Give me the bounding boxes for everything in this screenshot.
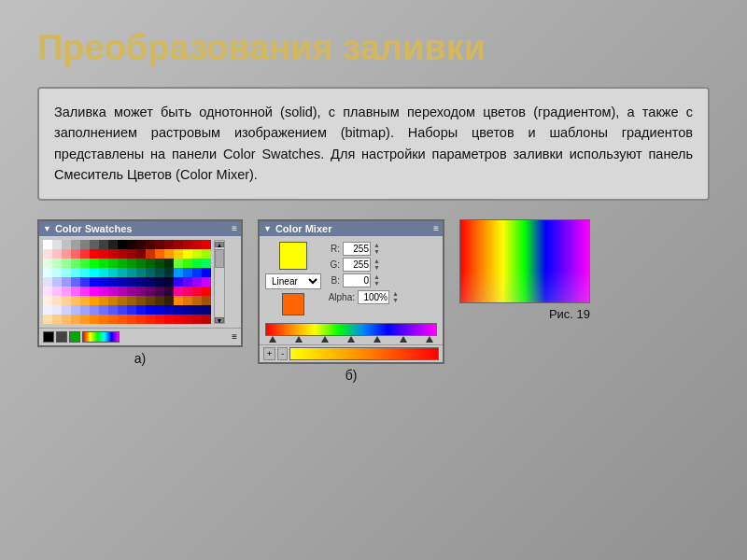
color-swatch-cell[interactable] [127, 315, 136, 324]
color-swatch-cell[interactable] [174, 259, 183, 268]
color-swatch-cell[interactable] [43, 305, 52, 315]
color-swatch-cell[interactable] [202, 305, 211, 315]
color-swatch-cell[interactable] [192, 287, 202, 296]
color-swatch-cell[interactable] [99, 287, 108, 296]
color-swatch-cell[interactable] [52, 240, 62, 249]
color-swatch-cell[interactable] [118, 268, 127, 277]
dark-swatch[interactable] [56, 331, 67, 343]
color-swatch-cell[interactable] [108, 268, 118, 277]
color-swatch-cell[interactable] [71, 249, 80, 259]
color-swatch-cell[interactable] [146, 277, 155, 287]
color-swatch-cell[interactable] [155, 296, 164, 305]
color-swatch-cell[interactable] [108, 296, 118, 305]
color-swatch-cell[interactable] [108, 287, 118, 296]
color-swatch-cell[interactable] [174, 305, 183, 315]
color-swatch-cell[interactable] [155, 259, 164, 268]
color-swatch-cell[interactable] [146, 305, 155, 315]
r-arrows[interactable]: ▲▼ [374, 242, 380, 255]
stop-marker-1[interactable] [269, 336, 276, 343]
color-swatch-cell[interactable] [108, 315, 118, 324]
color-swatch-cell[interactable] [183, 249, 192, 259]
color-swatch-cell[interactable] [164, 249, 174, 259]
color-swatch-cell[interactable] [192, 277, 202, 287]
color-swatch-cell[interactable] [174, 287, 183, 296]
color-swatch-cell[interactable] [192, 240, 202, 249]
color-swatch-cell[interactable] [127, 287, 136, 296]
color-swatch-cell[interactable] [155, 268, 164, 277]
color-swatch-cell[interactable] [164, 287, 174, 296]
stop-marker-6[interactable] [400, 336, 407, 343]
color-swatch-cell[interactable] [118, 240, 127, 249]
color-swatch-cell[interactable] [52, 287, 62, 296]
color-swatch-cell[interactable] [164, 315, 174, 324]
color-swatch-cell[interactable] [80, 259, 90, 268]
color-swatch-cell[interactable] [71, 240, 80, 249]
stop-marker-5[interactable] [374, 336, 381, 343]
color-swatch-cell[interactable] [155, 287, 164, 296]
color-swatch-cell[interactable] [202, 315, 211, 324]
color-swatch-cell[interactable] [202, 296, 211, 305]
color-swatch-cell[interactable] [80, 305, 90, 315]
color-swatch-cell[interactable] [183, 296, 192, 305]
gradient-type-select[interactable]: Linear [265, 273, 321, 289]
black-swatch[interactable] [43, 331, 54, 343]
r-input[interactable] [343, 242, 371, 256]
green-swatch[interactable] [69, 331, 80, 343]
color-swatch-cell[interactable] [90, 315, 99, 324]
color-swatch-cell[interactable] [202, 249, 211, 259]
color-swatch-cell[interactable] [127, 249, 136, 259]
color-swatch-cell[interactable] [118, 249, 127, 259]
color-swatch-cell[interactable] [127, 305, 136, 315]
color-swatch-cell[interactable] [108, 240, 118, 249]
color-swatch-cell[interactable] [62, 249, 71, 259]
b-input[interactable] [343, 273, 371, 287]
color-swatch-cell[interactable] [99, 240, 108, 249]
mixer-menu-icon[interactable]: ≡ [433, 223, 439, 233]
color-swatch-cell[interactable] [43, 287, 52, 296]
color-swatch-cell[interactable] [108, 277, 118, 287]
rainbow-swatch-strip[interactable] [82, 331, 120, 343]
color-swatch-cell[interactable] [164, 305, 174, 315]
color-swatch-cell[interactable] [183, 240, 192, 249]
color-swatch-cell[interactable] [80, 296, 90, 305]
swatches-menu-icon[interactable]: ≡ [232, 223, 237, 233]
color-swatch-cell[interactable] [99, 296, 108, 305]
color-swatch-cell[interactable] [146, 287, 155, 296]
stop-marker-7[interactable] [426, 336, 433, 343]
color-swatch-cell[interactable] [71, 277, 80, 287]
color-swatch-cell[interactable] [52, 268, 62, 277]
color-swatch-cell[interactable] [43, 277, 52, 287]
color-swatch-cell[interactable] [90, 268, 99, 277]
color-swatch-cell[interactable] [146, 240, 155, 249]
color-swatch-cell[interactable] [80, 287, 90, 296]
color-swatch-cell[interactable] [52, 305, 62, 315]
color-swatch-cell[interactable] [43, 296, 52, 305]
color-swatch-cell[interactable] [183, 277, 192, 287]
color-swatch-cell[interactable] [43, 259, 52, 268]
color-swatch-cell[interactable] [118, 277, 127, 287]
color-swatch-cell[interactable] [118, 315, 127, 324]
b-arrows[interactable]: ▲▼ [374, 273, 380, 287]
color-swatch-cell[interactable] [183, 305, 192, 315]
color-swatch-cell[interactable] [174, 277, 183, 287]
color-swatch-cell[interactable] [71, 287, 80, 296]
color-swatch-cell[interactable] [192, 296, 202, 305]
color-swatch-cell[interactable] [127, 296, 136, 305]
color-swatch-cell[interactable] [192, 305, 202, 315]
color-swatch-cell[interactable] [71, 268, 80, 277]
color-swatch-cell[interactable] [90, 296, 99, 305]
color-swatch-cell[interactable] [52, 277, 62, 287]
color-swatch-cell[interactable] [80, 249, 90, 259]
color-swatch-cell[interactable] [43, 249, 52, 259]
color-swatch-cell[interactable] [62, 268, 71, 277]
color-swatch-cell[interactable] [136, 315, 146, 324]
remove-stop-button[interactable]: - [277, 347, 288, 360]
stop-marker-2[interactable] [295, 336, 303, 343]
foreground-color-swatch[interactable] [279, 242, 307, 270]
color-swatch-cell[interactable] [136, 259, 146, 268]
color-swatch-cell[interactable] [118, 259, 127, 268]
g-input[interactable] [343, 258, 371, 272]
color-swatch-cell[interactable] [80, 268, 90, 277]
alpha-arrows[interactable]: ▲▼ [392, 290, 399, 303]
color-swatch-cell[interactable] [136, 305, 146, 315]
